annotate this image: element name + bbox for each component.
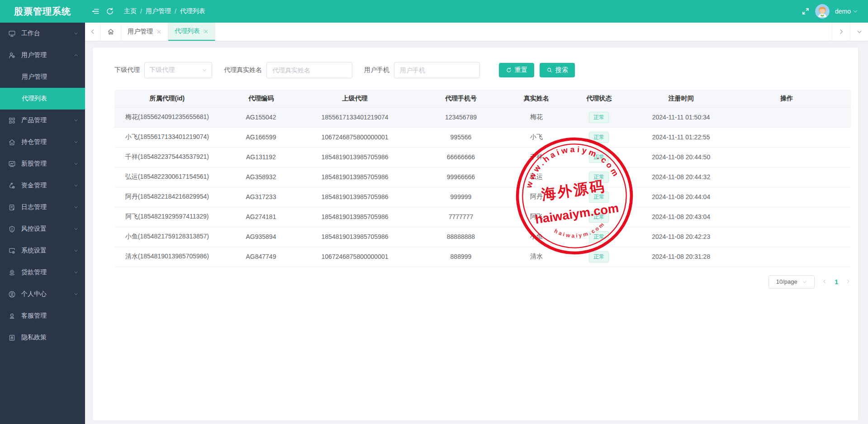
chevron-left-icon xyxy=(90,29,96,35)
sidebar-subitem-agent-list[interactable]: 代理列表 xyxy=(0,88,85,110)
cell-name: 梅花 xyxy=(514,107,559,127)
close-icon[interactable] xyxy=(204,29,209,34)
cell-phone: 999999 xyxy=(408,187,514,207)
fullscreen-button[interactable] xyxy=(802,7,810,15)
page-size-select[interactable]: 10/page xyxy=(768,275,815,289)
sidebar-item-label: 产品管理 xyxy=(21,116,73,124)
table-row[interactable]: 弘运(1854822300617154561) AG358932 1854819… xyxy=(114,167,851,187)
page-number[interactable]: 1 xyxy=(835,278,838,286)
cell-phone: 888999 xyxy=(408,247,514,267)
cell-time: 2024-11-11 01:50:34 xyxy=(640,107,723,127)
collapse-sidebar-button[interactable] xyxy=(91,7,100,15)
sidebar-item-label: 工作台 xyxy=(21,29,73,38)
table-row[interactable]: 阿飞(1854821929597411329) AG274181 1854819… xyxy=(114,207,851,227)
tabbar-spacer xyxy=(215,23,832,41)
top-header: 股票管理系统 主页 / 用户管理 / 代理列表 xyxy=(0,0,868,23)
reset-button[interactable]: 重置 xyxy=(499,63,534,77)
tab-home[interactable] xyxy=(100,23,121,41)
cell-actions xyxy=(723,187,851,207)
prev-page-button[interactable] xyxy=(822,278,827,286)
cell-code: AG131192 xyxy=(220,147,302,167)
table-row[interactable]: 梅花(1855624091235655681) AG155042 1855617… xyxy=(114,107,851,127)
search-button-label: 搜索 xyxy=(555,66,568,74)
cell-code: AG317233 xyxy=(220,187,302,207)
next-page-button[interactable] xyxy=(845,278,851,286)
chevron-right-icon xyxy=(845,279,851,284)
cell-phone: 123456789 xyxy=(408,107,514,127)
cell-phone: 88888888 xyxy=(408,227,514,247)
breadcrumb-agent-list[interactable]: 代理列表 xyxy=(180,7,205,15)
sidebar-item-workbench[interactable]: 工作台 xyxy=(0,23,85,44)
cell-owner: 小鱼(1854821759128313857) xyxy=(114,227,220,247)
breadcrumb-separator: / xyxy=(140,8,142,15)
cell-name: 阿飞 xyxy=(514,207,559,227)
close-icon[interactable] xyxy=(157,29,161,34)
agent-table: 所属代理(id) 代理编码 上级代理 代理手机号 真实姓名 代理状态 注册时间 … xyxy=(114,90,851,267)
tab-agent-list[interactable]: 代理列表 xyxy=(168,23,215,41)
sidebar-subitem-user-management[interactable]: 用户管理 xyxy=(0,66,85,88)
user-menu[interactable]: demo xyxy=(835,8,858,15)
pagination: 10/page 1 xyxy=(114,275,851,289)
sidebar-item-customer-service[interactable]: 客服管理 xyxy=(0,305,85,327)
search-button[interactable]: 搜索 xyxy=(540,63,575,77)
coin-icon xyxy=(8,269,16,276)
tab-user-management[interactable]: 用户管理 xyxy=(121,23,168,41)
chevron-down-icon xyxy=(73,183,79,188)
sidebar-item-position-management[interactable]: 持仓管理 xyxy=(0,131,85,153)
sidebar-item-label: 隐私政策 xyxy=(21,333,79,342)
chevron-down-icon xyxy=(73,205,79,210)
cell-status: 正常 xyxy=(559,107,640,127)
monitor-icon xyxy=(8,30,16,38)
sidebar-item-ipo-management[interactable]: 新股管理 xyxy=(0,153,85,175)
sidebar-item-funds-management[interactable]: 资金管理 xyxy=(0,175,85,196)
avatar[interactable] xyxy=(815,4,830,19)
sidebar-item-personal-center[interactable]: 个人中心 xyxy=(0,283,85,305)
refresh-button[interactable] xyxy=(106,7,114,15)
chevron-down-icon xyxy=(73,139,79,145)
cell-code: AG274181 xyxy=(220,207,302,227)
sidebar-item-system-settings[interactable]: 系统设置 xyxy=(0,240,85,262)
sidebar-item-loan-management[interactable]: 贷款管理 xyxy=(0,262,85,283)
breadcrumb-home[interactable]: 主页 xyxy=(124,7,137,15)
col-owner-agent: 所属代理(id) xyxy=(114,90,220,107)
tabs-scroll-right-button[interactable] xyxy=(832,23,850,41)
col-agent-phone: 代理手机号 xyxy=(408,90,514,107)
cell-phone: 995566 xyxy=(408,127,514,147)
reset-icon xyxy=(506,67,512,73)
status-badge: 正常 xyxy=(589,112,609,123)
sidebar-item-label: 资金管理 xyxy=(21,181,73,190)
col-agent-status: 代理状态 xyxy=(559,90,640,107)
agent-list-card: 下级代理 下级代理 代理真实姓名 用户手机 重置 搜索 xyxy=(93,48,858,420)
cell-parent: 1854819013985705986 xyxy=(302,227,408,247)
cell-parent: 1854819013985705986 xyxy=(302,167,408,187)
home-icon xyxy=(107,28,114,35)
sidebar-item-user-management[interactable]: 用户管理 xyxy=(0,44,85,66)
table-row[interactable]: 清水(1854819013985705986) AG847749 1067246… xyxy=(114,247,851,267)
cell-status: 正常 xyxy=(559,207,640,227)
cell-owner: 梅花(1855624091235655681) xyxy=(114,107,220,127)
username: demo xyxy=(835,8,851,15)
sidebar-item-risk-settings[interactable]: 风控设置 xyxy=(0,218,85,240)
table-row[interactable]: 小鱼(1854821759128313857) AG935894 1854819… xyxy=(114,227,851,247)
table-row[interactable]: 千祥(1854822375443537921) AG131192 1854819… xyxy=(114,147,851,167)
cell-parent: 1067246875800000001 xyxy=(302,247,408,267)
refresh-icon xyxy=(106,7,114,15)
user-phone-input[interactable] xyxy=(394,62,480,78)
table-row[interactable]: 阿丹(1854822184216829954) AG317233 1854819… xyxy=(114,187,851,207)
sidebar-item-product-management[interactable]: 产品管理 xyxy=(0,110,85,131)
sidebar-item-privacy-policy[interactable]: 隐私政策 xyxy=(0,327,85,348)
sidebar-item-label: 客服管理 xyxy=(21,312,79,320)
cell-parent: 1854819013985705986 xyxy=(302,187,408,207)
breadcrumb-user-mgmt[interactable]: 用户管理 xyxy=(146,7,171,15)
cell-parent: 1855617133401219074 xyxy=(302,107,408,127)
sub-agent-select[interactable]: 下级代理 xyxy=(144,62,212,78)
status-badge: 正常 xyxy=(589,132,609,143)
tabs-scroll-left-button[interactable] xyxy=(85,23,100,41)
agent-realname-input[interactable] xyxy=(266,62,352,78)
sidebar-item-log-management[interactable]: 日志管理 xyxy=(0,196,85,218)
table-row[interactable]: 小飞(1855617133401219074) AG166599 1067246… xyxy=(114,127,851,147)
cell-parent: 1067246875800000001 xyxy=(302,127,408,147)
status-badge: 正常 xyxy=(589,152,609,163)
col-parent-agent: 上级代理 xyxy=(302,90,408,107)
tabs-menu-button[interactable] xyxy=(850,23,868,41)
